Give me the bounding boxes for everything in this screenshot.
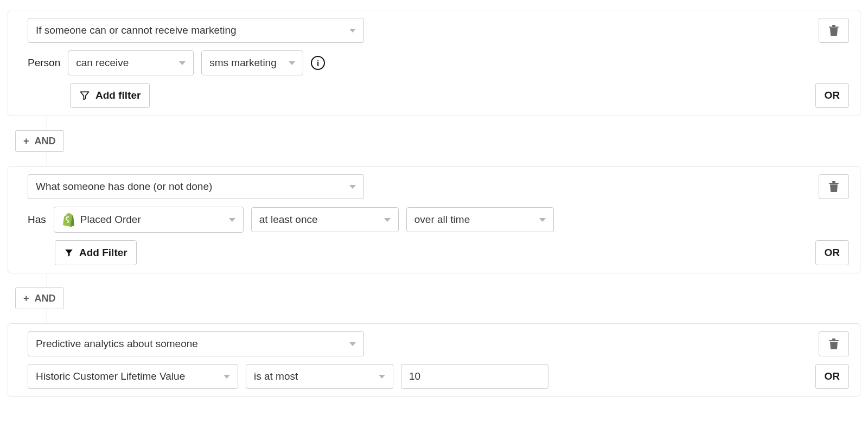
and-label: AND (35, 136, 56, 147)
svg-rect-1 (832, 25, 835, 27)
frequency-select[interactable]: at least once (251, 207, 399, 232)
chevron-down-icon (384, 218, 391, 222)
delete-button[interactable] (819, 18, 849, 43)
person-label: Person (28, 57, 60, 69)
chevron-down-icon (349, 29, 356, 33)
and-button[interactable]: + AND (15, 130, 64, 152)
or-button[interactable]: OR (815, 364, 850, 389)
svg-rect-4 (829, 340, 839, 341)
delete-button[interactable] (819, 174, 849, 199)
or-label: OR (825, 247, 840, 259)
svg-rect-5 (832, 338, 835, 340)
chevron-down-icon (289, 61, 295, 65)
info-icon[interactable]: i (311, 56, 325, 70)
chevron-down-icon (349, 342, 356, 346)
chevron-down-icon (349, 185, 356, 189)
plus-icon: + (23, 293, 29, 303)
chevron-down-icon (379, 375, 385, 379)
has-label: Has (28, 214, 46, 226)
condition-card-marketing: If someone can or cannot receive marketi… (8, 10, 860, 116)
trash-icon (829, 338, 839, 349)
trash-icon (829, 25, 839, 36)
and-label: AND (35, 293, 56, 304)
condition-card-predictive: Predictive analytics about someone Histo… (8, 323, 860, 397)
metric-label: Historic Customer Lifetime Value (36, 370, 214, 382)
and-connector: + AND (8, 273, 860, 323)
plus-icon: + (23, 136, 29, 146)
add-filter-button[interactable]: Add filter (70, 83, 150, 108)
condition-type-select[interactable]: What someone has done (or not done) (28, 174, 364, 199)
comparison-op-label: is at most (254, 370, 369, 382)
shopify-icon (62, 213, 75, 227)
and-button[interactable]: + AND (15, 287, 64, 309)
condition-type-label: What someone has done (or not done) (36, 181, 340, 193)
chevron-down-icon (179, 61, 186, 65)
person-op-label: can receive (76, 57, 169, 69)
frequency-label: at least once (259, 214, 374, 226)
chevron-down-icon (229, 218, 235, 222)
timeframe-label: over all time (414, 214, 529, 226)
funnel-icon (64, 248, 74, 258)
svg-rect-3 (832, 181, 835, 183)
chevron-down-icon (539, 218, 546, 222)
or-label: OR (825, 89, 840, 101)
delete-button[interactable] (819, 331, 849, 356)
or-button[interactable]: OR (815, 83, 850, 108)
svg-rect-0 (829, 27, 839, 28)
timeframe-select[interactable]: over all time (406, 207, 554, 232)
channel-label: sms marketing (209, 57, 279, 69)
value-input[interactable] (401, 364, 548, 389)
add-filter-label: Add filter (95, 89, 141, 101)
chevron-down-icon (224, 375, 230, 379)
svg-rect-2 (829, 183, 839, 184)
add-filter-label: Add Filter (79, 247, 127, 259)
or-label: OR (825, 370, 840, 382)
comparison-op-select[interactable]: is at most (246, 364, 393, 389)
condition-type-label: If someone can or cannot receive marketi… (36, 24, 340, 36)
add-filter-button[interactable]: Add Filter (55, 240, 137, 265)
condition-type-select[interactable]: Predictive analytics about someone (28, 331, 364, 356)
channel-select[interactable]: sms marketing (201, 50, 303, 75)
event-label: Placed Order (80, 214, 141, 226)
condition-card-activity: What someone has done (or not done) Has … (8, 166, 860, 273)
person-op-select[interactable]: can receive (68, 50, 194, 75)
condition-type-label: Predictive analytics about someone (36, 338, 340, 350)
trash-icon (829, 181, 839, 192)
event-select[interactable]: Placed Order (54, 207, 244, 233)
metric-select[interactable]: Historic Customer Lifetime Value (28, 364, 238, 389)
or-button[interactable]: OR (815, 240, 850, 265)
and-connector: + AND (8, 116, 860, 166)
funnel-icon (79, 90, 90, 101)
condition-type-select[interactable]: If someone can or cannot receive marketi… (28, 18, 364, 43)
